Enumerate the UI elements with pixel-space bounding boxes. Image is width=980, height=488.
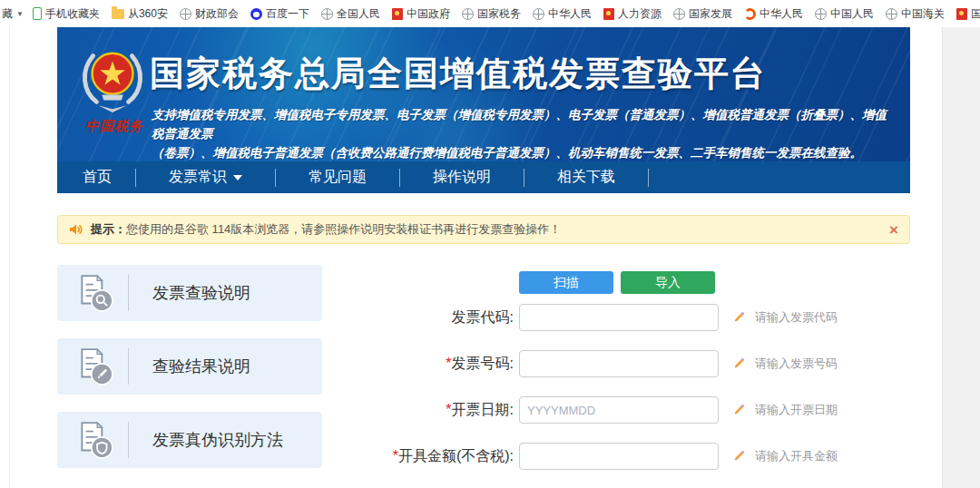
nav-item-instructions[interactable]: 操作说明 xyxy=(400,168,524,187)
bookmarks-overflow-label: 藏 xyxy=(2,6,13,22)
bookmark-item[interactable]: 中华人民 xyxy=(533,6,592,22)
bookmarks-overflow[interactable]: 藏 ▼ xyxy=(2,6,24,22)
globe-icon xyxy=(815,8,827,20)
baidu-paw-icon xyxy=(250,8,262,20)
nav-separator xyxy=(648,169,649,187)
field-hint: 请输入开票日期 xyxy=(755,402,838,418)
pencil-icon[interactable] xyxy=(731,356,746,371)
bookmark-item[interactable]: 人力资源 xyxy=(603,6,662,22)
tax-emblem-logo xyxy=(77,44,148,118)
bookmark-item[interactable]: 中国海关 xyxy=(886,6,945,22)
document-edit-icon xyxy=(75,346,115,386)
pencil-icon[interactable] xyxy=(731,403,746,417)
sidebar-item-authenticity-help[interactable]: 发票真伪识别方法 xyxy=(57,412,322,468)
globe-icon xyxy=(886,8,897,20)
sidebar-item-invoice-check-help[interactable]: 发票查验说明 xyxy=(57,265,322,321)
bookmark-item[interactable]: 中国人民 xyxy=(815,6,874,22)
sidebar: 发票查验说明 xyxy=(57,265,322,485)
field-label: *开票日期: xyxy=(366,401,514,420)
alert-prefix: 提示： xyxy=(91,222,126,236)
nav-item-invoice-knowledge[interactable]: 发票常识 xyxy=(136,168,275,187)
phone-icon xyxy=(33,7,42,20)
globe-icon xyxy=(321,8,333,20)
globe-icon xyxy=(180,8,191,20)
form-row-invoice-amount: *开具金额(不含税): 请输入开具金额 xyxy=(366,443,910,470)
chevron-down-icon xyxy=(233,175,242,181)
banner-subtitle-line1: 支持增值税专用发票、增值税电子专用发票、电子发票（增值税专用发票）、电子发票（普… xyxy=(152,105,896,143)
main-area: 发票查验说明 xyxy=(57,265,910,475)
bookmark-item[interactable]: 全国人民 xyxy=(321,6,380,22)
folder-icon xyxy=(112,9,124,19)
globe-icon xyxy=(533,8,544,20)
card-divider xyxy=(128,348,129,385)
alert-message: 您使用的是谷歌 114版本浏览器，请参照操作说明安装根证书再进行发票查验操作！ xyxy=(126,222,561,236)
field-hint: 请输入发票代码 xyxy=(755,309,838,326)
form-row-invoice-code: 发票代码: 请输入发票代码 xyxy=(366,304,910,331)
page-title: 国家税务总局全国增值税发票查验平台 xyxy=(150,51,767,97)
nav-item-downloads[interactable]: 相关下载 xyxy=(524,168,648,187)
scan-button[interactable]: 扫描 xyxy=(519,271,613,294)
bookmark-item[interactable]: 国家市场 xyxy=(956,6,980,22)
bookmark-item[interactable]: 百度一下 xyxy=(250,6,309,22)
form-row-invoice-date: *开票日期: 请输入开票日期 xyxy=(366,396,910,424)
bookmark-item[interactable]: 从360安 xyxy=(112,6,168,22)
site-banner: 中国税务 国家税务总局全国增值税发票查验平台 支持增值税专用发票、增值税电子专用… xyxy=(57,27,910,161)
bookmark-item[interactable]: 中华人民 xyxy=(744,6,803,22)
invoice-number-input[interactable] xyxy=(519,350,719,377)
globe-icon xyxy=(462,8,474,20)
banner-subtitle: 支持增值税专用发票、增值税电子专用发票、电子发票（增值税专用发票）、电子发票（普… xyxy=(152,105,896,161)
invoice-form: 扫描 导入 发票代码: 请输入发票代码 xyxy=(366,271,910,488)
field-label: *发票号码: xyxy=(366,355,514,374)
field-hint: 请输入开具金额 xyxy=(755,448,838,464)
browser-alert: 提示：您使用的是谷歌 114版本浏览器，请参照操作说明安装根证书再进行发票查验操… xyxy=(57,215,910,244)
document-search-icon xyxy=(75,273,115,313)
invoice-amount-input[interactable] xyxy=(519,443,719,470)
chevron-down-icon: ▼ xyxy=(16,10,24,18)
c-swirl-icon xyxy=(744,8,756,20)
bookmark-item[interactable]: 手机收藏夹 xyxy=(33,6,100,22)
left-divider xyxy=(9,27,10,488)
pencil-icon[interactable] xyxy=(731,449,746,464)
document-shield-icon xyxy=(75,420,115,460)
logo-caption: 中国税务 xyxy=(74,118,155,135)
bookmark-item[interactable]: 财政部会 xyxy=(180,6,239,22)
form-row-invoice-number: *发票号码: 请输入发票号码 xyxy=(366,350,910,377)
sidebar-item-result-help[interactable]: 查验结果说明 xyxy=(57,338,322,395)
card-divider xyxy=(128,422,129,458)
globe-icon xyxy=(673,8,685,20)
nav-item-home[interactable]: 首页 xyxy=(57,168,135,187)
bookmark-item[interactable]: 中国政府 xyxy=(392,6,450,22)
bookmark-item[interactable]: 国家发展 xyxy=(673,6,732,22)
speaker-icon xyxy=(69,223,83,236)
field-hint: 请输入发票号码 xyxy=(755,356,838,372)
invoice-code-input[interactable] xyxy=(519,304,719,331)
nav-item-faq[interactable]: 常见问题 xyxy=(276,168,399,187)
invoice-date-input[interactable] xyxy=(519,396,719,424)
alert-text: 提示：您使用的是谷歌 114版本浏览器，请参照操作说明安装根证书再进行发票查验操… xyxy=(91,221,561,238)
bookmarks-bar: 藏 ▼ 手机收藏夹 从360安 财政部会 百度一下 全国人民 中国政府 国家税务… xyxy=(0,0,980,27)
national-emblem-icon xyxy=(392,8,403,20)
field-label: 发票代码: xyxy=(366,308,514,327)
main-nav: 首页 发票常识 常见问题 操作说明 相关下载 xyxy=(57,161,910,193)
banner-subtitle-line2: （卷票）、增值税电子普通发票（含收费公路通行费增值税电子普通发票）、机动车销售统… xyxy=(152,143,896,161)
import-button[interactable]: 导入 xyxy=(621,271,715,294)
bookmark-item[interactable]: 国家税务 xyxy=(462,6,521,22)
field-label: *开具金额(不含税): xyxy=(366,447,514,466)
national-emblem-icon xyxy=(603,8,614,20)
card-divider xyxy=(128,275,129,311)
close-icon[interactable]: × xyxy=(889,222,898,238)
right-gutter xyxy=(942,27,980,488)
page: 中国税务 国家税务总局全国增值税发票查验平台 支持增值税专用发票、增值税电子专用… xyxy=(0,27,980,488)
pencil-icon[interactable] xyxy=(731,310,746,325)
national-emblem-icon xyxy=(956,8,967,20)
